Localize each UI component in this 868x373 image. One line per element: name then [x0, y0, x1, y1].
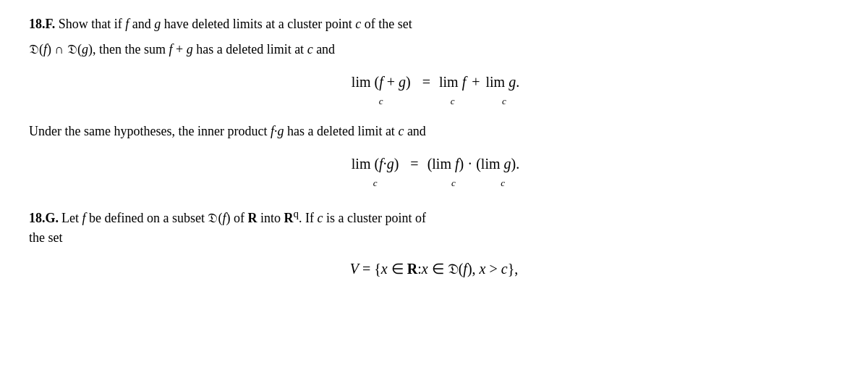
problem-18g-text: Let f be defined on a subset 𝔇(f) of R i…: [61, 206, 426, 228]
display-eq-2: lim (f·g) = (lim f) · (lim g). c c c: [29, 153, 839, 190]
domain-intersection: 𝔇(f) ∩ 𝔇(g), then the sum f + g has a de…: [29, 42, 335, 56]
problem-18f-para1: 18.F. Show that if f and g have deleted …: [29, 14, 839, 34]
problem-18f-para1b: 𝔇(f) ∩ 𝔇(g), then the sum f + g has a de…: [29, 40, 839, 59]
problem-18g-para1: 18.G. Let f be defined on a subset 𝔇(f) …: [29, 206, 839, 228]
problem-18g-the-set: the set: [29, 228, 839, 248]
problem-18f: 18.F. Show that if f and g have deleted …: [29, 14, 839, 190]
problem-label-18g: 18.G.: [29, 209, 59, 228]
para2-text: Under the same hypotheses, the inner pro…: [29, 124, 426, 138]
problem-label-18f: 18.F.: [29, 17, 55, 31]
problem-18g: 18.G. Let f be defined on a subset 𝔇(f) …: [29, 206, 839, 280]
display-eq-3: V = {x ∈ R:x ∈ 𝔇(f), x > c},: [29, 258, 839, 280]
intro-text: Show that if f and g have deleted limits…: [59, 17, 412, 31]
problem-18f-para2: Under the same hypotheses, the inner pro…: [29, 122, 839, 141]
display-eq-1: lim (f + g) = lim f + lim g. c c c: [29, 71, 839, 109]
